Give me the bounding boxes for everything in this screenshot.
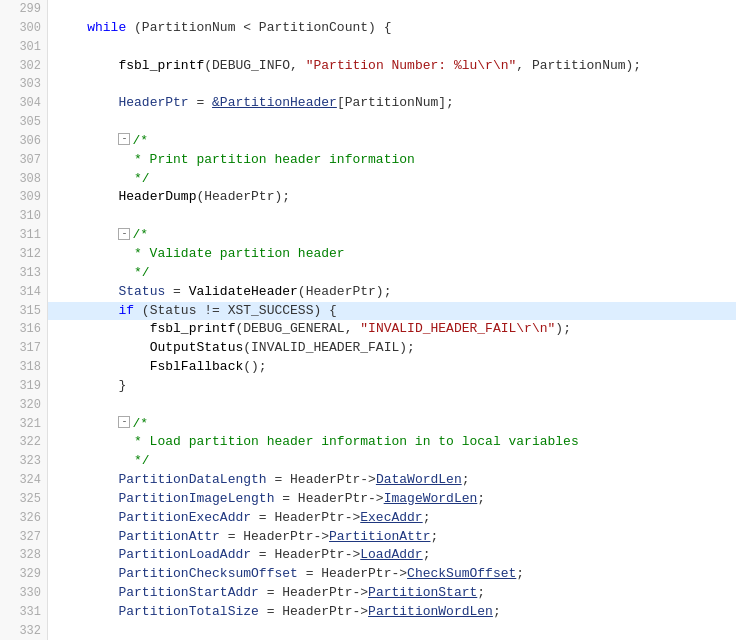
fold-icon-306[interactable]: - [118, 133, 130, 145]
code-line-318: FsblFallback(); [48, 358, 736, 377]
code-line-310 [48, 207, 736, 226]
code-line-299 [48, 0, 736, 19]
line-numbers: 299 300 301 302 303 304 305 306 307 308 … [0, 0, 48, 640]
code-line-327: PartitionAttr = HeaderPtr->PartitionAttr… [48, 528, 736, 547]
code-line-328: PartitionLoadAddr = HeaderPtr->LoadAddr; [48, 546, 736, 565]
code-line-308: */ [48, 170, 736, 189]
code-line-312: * Validate partition header [48, 245, 736, 264]
fold-icon-321[interactable]: - [118, 416, 130, 428]
code-line-313: */ [48, 264, 736, 283]
code-line-301 [48, 38, 736, 57]
fold-icon-311[interactable]: - [118, 228, 130, 240]
code-editor: 299 300 301 302 303 304 305 306 307 308 … [0, 0, 736, 640]
code-line-305 [48, 113, 736, 132]
code-line-302: fsbl_printf(DEBUG_INFO, "Partition Numbe… [48, 57, 736, 76]
code-line-309: HeaderDump(HeaderPtr); [48, 188, 736, 207]
code-line-320 [48, 396, 736, 415]
code-line-303 [48, 75, 736, 94]
code-line-330: PartitionStartAddr = HeaderPtr->Partitio… [48, 584, 736, 603]
code-line-304: HeaderPtr = &PartitionHeader[PartitionNu… [48, 94, 736, 113]
code-line-331: PartitionTotalSize = HeaderPtr->Partitio… [48, 603, 736, 622]
code-line-326: PartitionExecAddr = HeaderPtr->ExecAddr; [48, 509, 736, 528]
code-line-314: Status = ValidateHeader(HeaderPtr); [48, 283, 736, 302]
code-line-329: PartitionChecksumOffset = HeaderPtr->Che… [48, 565, 736, 584]
code-line-324: PartitionDataLength = HeaderPtr->DataWor… [48, 471, 736, 490]
code-line-316: fsbl_printf(DEBUG_GENERAL, "INVALID_HEAD… [48, 320, 736, 339]
code-line-332 [48, 622, 736, 640]
code-line-322: * Load partition header information in t… [48, 433, 736, 452]
code-line-306: -/* [48, 132, 736, 151]
code-line-321: -/* [48, 415, 736, 434]
code-content: while (PartitionNum < PartitionCount) { … [48, 0, 736, 640]
code-line-307: * Print partition header information [48, 151, 736, 170]
code-line-317: OutputStatus(INVALID_HEADER_FAIL); [48, 339, 736, 358]
code-line-311: -/* [48, 226, 736, 245]
code-line-319: } [48, 377, 736, 396]
code-line-323: */ [48, 452, 736, 471]
code-line-315: if (Status != XST_SUCCESS) { [48, 302, 736, 321]
code-line-325: PartitionImageLength = HeaderPtr->ImageW… [48, 490, 736, 509]
code-line-300: while (PartitionNum < PartitionCount) { [48, 19, 736, 38]
